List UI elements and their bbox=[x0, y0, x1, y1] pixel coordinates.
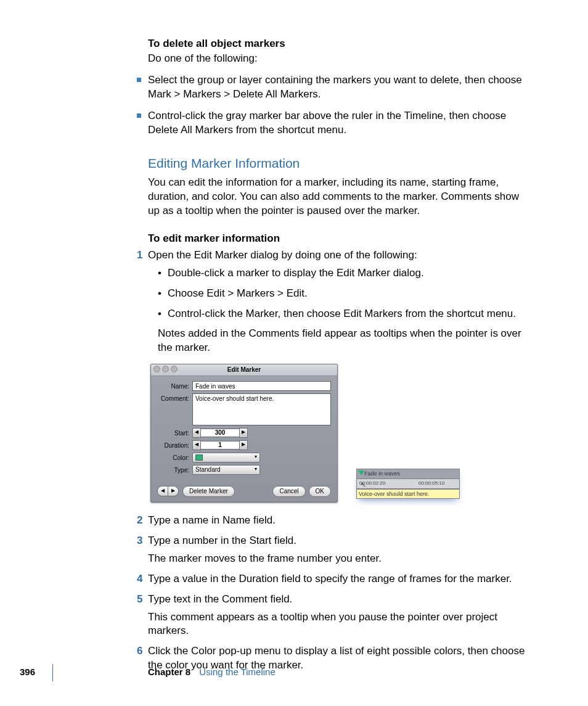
step-text: Type text in the Comment field. bbox=[148, 593, 292, 605]
ok-button[interactable]: OK bbox=[309, 486, 331, 497]
type-value: Standard bbox=[195, 466, 221, 474]
chapter-title: Using the Timeline bbox=[199, 667, 275, 677]
page-footer: 396 Chapter 8 Using the Timeline bbox=[52, 664, 534, 681]
delete-markers-title: To delete all object markers bbox=[148, 37, 533, 51]
prev-next-marker[interactable]: ◀ ▶ bbox=[157, 486, 179, 496]
section-paragraph: You can edit the information for a marke… bbox=[148, 176, 533, 218]
step-note: This comment appears as a tooltip when y… bbox=[148, 610, 533, 639]
delete-marker-button[interactable]: Delete Marker bbox=[182, 486, 235, 497]
sub-step: Choose Edit > Markers > Edit. bbox=[158, 287, 533, 301]
duration-label: Duration: bbox=[157, 440, 189, 450]
dialog-titlebar: Edit Marker bbox=[151, 364, 337, 376]
step-text: Type a value in the Duration field to sp… bbox=[148, 573, 512, 585]
start-stepper[interactable]: ◀ 300 ▶ bbox=[192, 428, 248, 438]
start-value[interactable]: 300 bbox=[201, 429, 239, 437]
sub-step: Double-click a marker to display the Edi… bbox=[158, 266, 533, 281]
comment-label: Comment: bbox=[157, 393, 189, 403]
next-marker-icon[interactable]: ▶ bbox=[168, 486, 179, 496]
type-label: Type: bbox=[157, 465, 189, 475]
chapter-label: Chapter 8 bbox=[148, 667, 190, 677]
popup-arrow-icon: ▾ bbox=[255, 466, 257, 473]
step-note: The marker moves to the frame number you… bbox=[148, 552, 533, 566]
color-label: Color: bbox=[157, 453, 189, 462]
stepper-inc-icon[interactable]: ▶ bbox=[239, 440, 248, 450]
sub-heading: To edit marker information bbox=[148, 232, 533, 246]
step-text: Type a name in Name field. bbox=[148, 514, 276, 526]
timecode: 00:00:05:10 bbox=[419, 480, 444, 487]
popup-arrow-icon: ▾ bbox=[255, 454, 257, 461]
step-3: 3Type a number in the Start field. The m… bbox=[148, 534, 533, 566]
step-1: 1 Open the Edit Marker dialog by doing o… bbox=[148, 248, 533, 503]
bullet-item: Control-click the gray marker bar above … bbox=[139, 109, 533, 138]
stepper-inc-icon[interactable]: ▶ bbox=[239, 428, 248, 438]
duration-value[interactable]: 1 bbox=[201, 441, 239, 449]
step-note: Notes added in the Comments field appear… bbox=[158, 327, 533, 355]
window-controls[interactable] bbox=[153, 366, 178, 372]
stepper-dec-icon[interactable]: ◀ bbox=[192, 440, 201, 450]
duration-stepper[interactable]: ◀ 1 ▶ bbox=[192, 440, 248, 450]
bullet-item: Select the group or layer containing the… bbox=[139, 73, 533, 102]
timecode: 00:00:02:20 bbox=[359, 480, 385, 487]
name-field[interactable]: Fade in waves bbox=[192, 381, 331, 391]
comment-field[interactable]: Voice-over should start here. bbox=[192, 393, 331, 425]
type-popup[interactable]: Standard ▾ bbox=[192, 465, 260, 475]
dialog-title: Edit Marker bbox=[227, 366, 261, 373]
cancel-button[interactable]: Cancel bbox=[272, 486, 305, 497]
page-number: 396 bbox=[20, 666, 35, 678]
color-swatch-icon bbox=[195, 454, 203, 461]
color-popup[interactable]: ▾ bbox=[192, 453, 260, 462]
step-5: 5Type text in the Comment field. This co… bbox=[148, 593, 533, 639]
marker-icon bbox=[358, 470, 364, 475]
delete-markers-sub: Do one of the following: bbox=[148, 52, 533, 66]
step-4: 4Type a value in the Duration field to s… bbox=[148, 572, 533, 586]
step-text: Open the Edit Marker dialog by doing one… bbox=[148, 249, 417, 261]
section-heading: Editing Marker Information bbox=[148, 155, 533, 172]
prev-marker-icon[interactable]: ◀ bbox=[157, 486, 168, 496]
start-label: Start: bbox=[157, 428, 189, 438]
step-2: 2Type a name in Name field. bbox=[148, 514, 533, 528]
name-label: Name: bbox=[157, 381, 189, 391]
stepper-dec-icon[interactable]: ◀ bbox=[192, 428, 201, 438]
step-text: Type a number in the Start field. bbox=[148, 535, 296, 546]
marker-label: Fade in waves bbox=[364, 470, 400, 477]
marker-tooltip: Voice-over should start here. bbox=[356, 489, 460, 499]
edit-marker-dialog: Edit Marker Name: Fade in waves Comment:… bbox=[150, 364, 338, 503]
sub-step: Control-click the Marker, then choose Ed… bbox=[158, 307, 533, 321]
timeline-preview: Fade in waves ↖ 00:00:02:20 00:00:05:10 … bbox=[356, 469, 460, 499]
timeline-ruler: ↖ 00:00:02:20 00:00:05:10 bbox=[356, 478, 460, 489]
